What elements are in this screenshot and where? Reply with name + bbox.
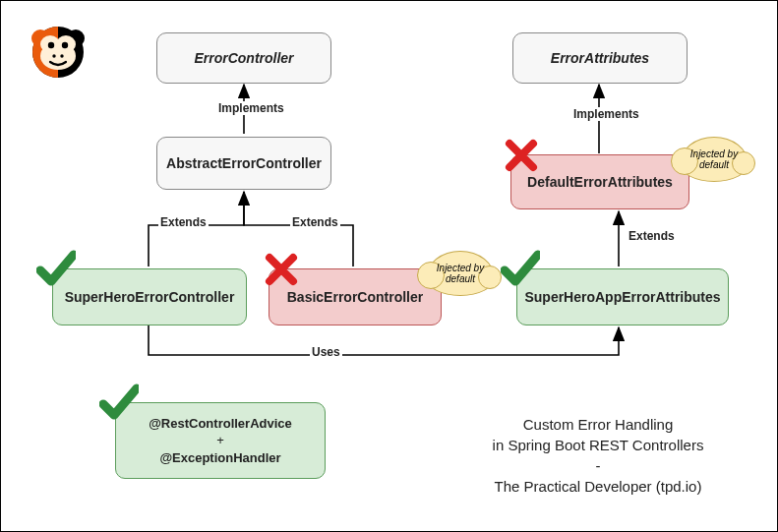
edge-implements-1: Implements — [216, 101, 286, 115]
box-superhero-app-error-attributes: SuperHeroAppErrorAttributes — [516, 268, 729, 325]
label: SuperHeroErrorController — [65, 288, 235, 307]
advice-line2: @ExceptionHandler — [159, 449, 280, 467]
edge-extends-1: Extends — [158, 215, 209, 229]
edge-implements-2: Implements — [571, 107, 641, 121]
svg-point-6 — [48, 42, 54, 48]
box-advice: @RestControllerAdvice + @ExceptionHandle… — [115, 402, 326, 479]
label: ErrorController — [194, 49, 293, 68]
cross-icon — [505, 139, 538, 172]
box-abstract-error-controller: AbstractErrorController — [156, 137, 331, 190]
box-superhero-error-controller: SuperHeroErrorController — [52, 268, 247, 325]
check-icon — [99, 383, 139, 422]
svg-point-7 — [62, 42, 68, 48]
svg-point-8 — [52, 54, 55, 57]
check-icon — [501, 249, 540, 288]
check-icon — [36, 249, 76, 288]
box-error-controller: ErrorController — [156, 32, 331, 84]
label: ErrorAttributes — [551, 49, 649, 68]
advice-plus: + — [216, 432, 224, 449]
edge-extends-3: Extends — [627, 229, 677, 243]
caption-line3: - — [455, 455, 741, 476]
monkey-logo-icon — [29, 23, 88, 82]
label: DefaultErrorAttributes — [527, 173, 673, 192]
cross-icon — [265, 253, 298, 286]
cloud-text: Injected by default — [431, 263, 490, 284]
label: SuperHeroAppErrorAttributes — [524, 288, 720, 307]
caption-line1: Custom Error Handling — [455, 414, 741, 435]
advice-line1: @RestControllerAdvice — [149, 415, 292, 433]
edge-uses: Uses — [310, 345, 342, 359]
cloud-text: Injected by default — [685, 148, 744, 170]
caption-line4: The Practical Developer (tpd.io) — [455, 476, 741, 497]
cloud-injected-1: Injected by default — [426, 251, 495, 296]
edge-extends-2: Extends — [290, 215, 340, 229]
caption-line2: in Spring Boot REST Controllers — [455, 435, 741, 455]
label: BasicErrorController — [287, 288, 423, 307]
cloud-injected-2: Injected by default — [680, 137, 748, 182]
svg-point-9 — [60, 54, 63, 57]
diagram-canvas: ErrorController ErrorAttributes Abstract… — [0, 0, 778, 532]
caption-block: Custom Error Handling in Spring Boot RES… — [455, 414, 741, 497]
box-error-attributes: ErrorAttributes — [512, 32, 688, 84]
label: AbstractErrorController — [166, 154, 322, 173]
